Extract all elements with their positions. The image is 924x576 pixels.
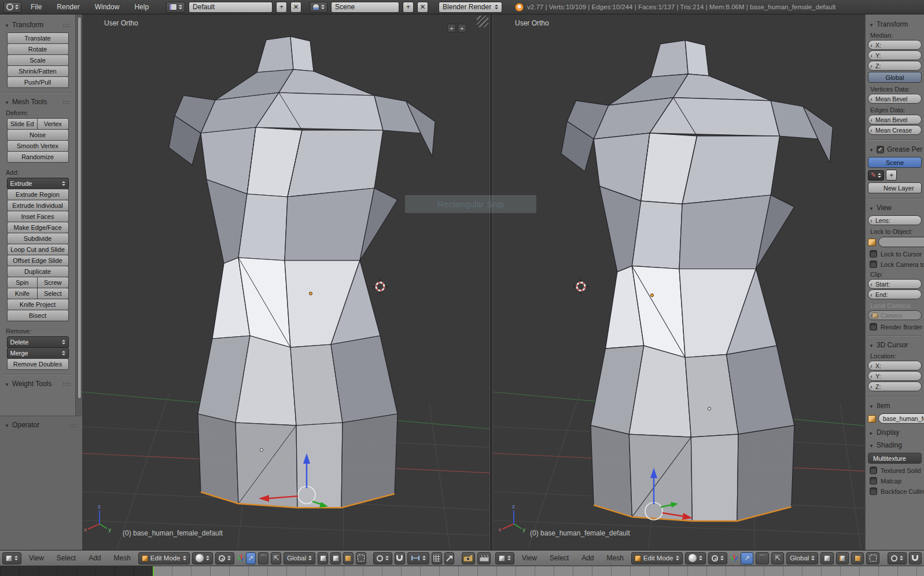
menu-add[interactable]: Add	[83, 554, 106, 562]
textured-solid-checkbox[interactable]	[870, 467, 877, 474]
viewport-shading-dropdown[interactable]	[192, 552, 213, 564]
knife-project-button[interactable]: Knife Project	[7, 299, 69, 310]
vertex[interactable]	[708, 407, 711, 410]
weight-tools-panel-header[interactable]: Weight Tools	[5, 380, 72, 388]
limit-to-visible-button[interactable]	[356, 552, 366, 564]
screen-layout-field[interactable]: Default	[189, 2, 273, 13]
face-select-mode-button[interactable]	[851, 552, 864, 564]
viewport-right-canvas[interactable]	[493, 14, 865, 550]
face-select-mode-button[interactable]	[343, 552, 354, 564]
menu-select[interactable]: Select	[544, 554, 574, 562]
menu-render[interactable]: Render	[51, 3, 85, 11]
viewport-left[interactable]: User Ortho (0) base_human_female_default…	[82, 14, 489, 550]
extrude-individual-button[interactable]: Extrude Individual	[7, 200, 69, 211]
make-edge-face-button[interactable]: Make Edge/Face	[7, 222, 69, 233]
view-panel-header[interactable]: View	[869, 204, 923, 212]
selected-vertex[interactable]	[650, 293, 653, 296]
tool-shelf-scrollbar[interactable]	[75, 14, 82, 416]
mean-crease-slider[interactable]: Mean Crease	[868, 125, 922, 135]
extrude-dropdown[interactable]: Extrude	[7, 178, 69, 189]
matcap-row[interactable]: Matcap	[870, 477, 924, 485]
backface-culling-checkbox[interactable]	[870, 487, 877, 495]
timeline-strip[interactable]	[0, 566, 924, 576]
viewport-shading-dropdown[interactable]	[685, 552, 706, 564]
mode-dropdown[interactable]: Edit Mode	[138, 552, 190, 564]
opengl-render-animation-button[interactable]	[477, 552, 491, 564]
scale-manipulator-button[interactable]: ⇱	[271, 552, 281, 564]
mean-bevel-weight-slider[interactable]: Mean Bevel	[868, 94, 922, 104]
vertex-slide-button[interactable]: Vertex	[38, 118, 69, 130]
cursor-panel-header[interactable]: 3D Cursor	[869, 341, 923, 349]
scrollbar-thumb[interactable]	[78, 17, 82, 399]
menu-select[interactable]: Select	[51, 554, 81, 562]
rotate-button[interactable]: Rotate	[7, 43, 69, 55]
vertex-select-mode-button[interactable]	[820, 552, 833, 564]
menu-mesh[interactable]: Mesh	[602, 554, 629, 562]
expand-panel-button[interactable]: +	[447, 24, 456, 32]
proportional-edit-dropdown[interactable]	[373, 552, 392, 564]
vertex[interactable]	[260, 448, 263, 451]
menu-help[interactable]: Help	[128, 3, 154, 11]
add-grease-layer-button[interactable]: +	[886, 170, 897, 181]
median-x-slider[interactable]: X:	[868, 40, 922, 50]
slide-edge-button[interactable]: Slide Ed	[7, 118, 38, 130]
shrink-fatten-button[interactable]: Shrink/Fatten	[7, 65, 69, 77]
merge-dropdown[interactable]: Merge	[7, 347, 69, 359]
object-name-field[interactable]: base_human_female_default	[878, 413, 924, 424]
snap-toggle-button[interactable]	[909, 552, 922, 564]
inset-faces-button[interactable]: Inset Faces	[7, 211, 69, 222]
display-panel-header[interactable]: Display	[869, 428, 923, 436]
edge-select-mode-button[interactable]	[330, 552, 341, 564]
translate-manipulator-button[interactable]: ↗	[246, 552, 256, 564]
timeline-playhead[interactable]	[153, 566, 154, 576]
shading-mode-dropdown[interactable]: Multitexture	[868, 453, 922, 464]
global-local-toggle[interactable]: Global	[868, 72, 922, 83]
scene-field[interactable]: Scene	[331, 2, 399, 13]
translate-button[interactable]: Translate	[7, 32, 69, 44]
local-camera-field[interactable]: Camera	[868, 310, 922, 320]
pivot-point-dropdown[interactable]	[708, 552, 727, 564]
snap-target-button[interactable]	[432, 552, 442, 564]
scale-button[interactable]: Scale	[7, 54, 69, 66]
clip-end-slider[interactable]: End:	[868, 289, 922, 299]
extrude-region-button[interactable]: Extrude Region	[7, 189, 69, 200]
mesh-tools-panel-header[interactable]: Mesh Tools	[5, 98, 72, 106]
matcap-checkbox[interactable]	[870, 477, 877, 485]
snap-element-dropdown[interactable]	[407, 552, 429, 564]
offset-edge-slide-button[interactable]: Offset Edge Slide	[7, 255, 69, 266]
menu-mesh[interactable]: Mesh	[109, 554, 136, 562]
noise-button[interactable]: Noise	[7, 129, 69, 141]
spin-button[interactable]: Spin	[7, 277, 38, 288]
item-panel-header[interactable]: Item	[869, 402, 923, 410]
viewport-left-canvas[interactable]	[82, 14, 489, 550]
subdivide-button[interactable]: Subdivide	[7, 233, 69, 244]
mode-dropdown[interactable]: Edit Mode	[631, 552, 683, 564]
lock-to-cursor-checkbox[interactable]	[870, 250, 877, 258]
snap-toggle-button[interactable]	[395, 552, 405, 564]
manipulator-axes-icon[interactable]	[237, 553, 244, 563]
transform-orientation-dropdown[interactable]: Global	[284, 552, 315, 564]
cursor-x-slider[interactable]: X:	[868, 361, 922, 370]
operator-panel-header[interactable]: Operator	[5, 421, 79, 429]
rotate-manipulator-button[interactable]: ⌒	[756, 552, 768, 564]
push-pull-button[interactable]: Push/Pull	[7, 76, 69, 88]
delete-dropdown[interactable]: Delete	[7, 336, 69, 348]
selected-vertex[interactable]	[309, 292, 312, 295]
menu-view[interactable]: View	[517, 554, 542, 562]
expand-panel-button[interactable]: +	[458, 24, 466, 32]
render-border-checkbox[interactable]	[870, 323, 877, 331]
scene-icon-button[interactable]	[310, 2, 327, 13]
median-y-slider[interactable]: Y:	[868, 50, 922, 60]
duplicate-button[interactable]: Duplicate	[7, 266, 69, 277]
translate-manipulator-button[interactable]: ↗	[741, 552, 753, 564]
grease-pencil-panel-header[interactable]: Grease Pencil	[869, 145, 923, 153]
transform-panel-header[interactable]: Transform	[5, 21, 72, 29]
add-layout-button[interactable]: +	[276, 2, 287, 13]
render-engine-select[interactable]: Blender Render	[439, 2, 502, 13]
limit-to-visible-button[interactable]	[866, 552, 879, 564]
close-layout-button[interactable]: ✕	[290, 2, 301, 13]
viewport-right[interactable]: User Ortho (0) base_human_female_default	[493, 14, 865, 550]
textured-solid-row[interactable]: Textured Solid	[870, 467, 924, 474]
edge-select-mode-button[interactable]	[836, 552, 849, 564]
proportional-edit-dropdown[interactable]	[888, 552, 907, 564]
